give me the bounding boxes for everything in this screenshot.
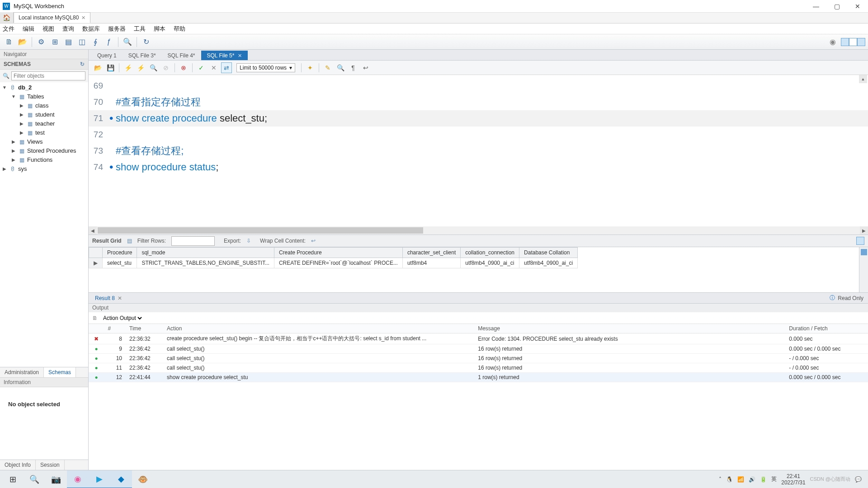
- result-tab-close[interactable]: ✕: [118, 295, 122, 301]
- tray-ime[interactable]: 英: [771, 475, 777, 483]
- taskbar-camera-icon[interactable]: 📷: [45, 470, 67, 488]
- taskbar-app-3[interactable]: 🐵: [132, 470, 154, 488]
- inspect-icon[interactable]: ⚙: [35, 36, 47, 48]
- menu-编辑[interactable]: 编辑: [23, 25, 34, 33]
- scroll-left-icon[interactable]: ◀: [89, 226, 97, 235]
- code-line[interactable]: 70#查看指定存储过程: [89, 94, 868, 110]
- file-tab[interactable]: SQL File 3*: [123, 51, 162, 60]
- stop-icon[interactable]: ⊘: [160, 62, 171, 73]
- taskbar-app-2[interactable]: ▶: [89, 470, 110, 488]
- file-tab[interactable]: SQL File 5*✕: [201, 51, 248, 60]
- search-code-icon[interactable]: 🔍: [335, 62, 346, 73]
- panel-right-icon[interactable]: [857, 38, 865, 46]
- output-grid[interactable]: #TimeActionMessageDuration / Fetch✖822:3…: [89, 324, 868, 470]
- proc-add-icon[interactable]: ∮: [89, 36, 102, 48]
- menu-服务器[interactable]: 服务器: [108, 25, 126, 33]
- tray-clock[interactable]: 22:41 2022/7/31: [781, 473, 805, 486]
- close-button[interactable]: ✕: [847, 0, 868, 13]
- output-row[interactable]: ●1022:36:42call select_stu()16 row(s) re…: [89, 354, 868, 363]
- search-icon[interactable]: 🔍: [121, 36, 134, 48]
- taskbar-app-1[interactable]: ◉: [67, 470, 89, 488]
- maximize-button[interactable]: ▢: [826, 0, 847, 13]
- tree-table-test[interactable]: ▶▦test: [0, 128, 88, 137]
- tree-tables[interactable]: ▼▦Tables: [0, 92, 88, 101]
- commit-icon[interactable]: ✓: [196, 62, 207, 73]
- scroll-up-icon[interactable]: ▲: [859, 75, 867, 83]
- taskbar-workbench-icon[interactable]: ◆: [110, 470, 132, 488]
- panel-left-icon[interactable]: [841, 38, 849, 46]
- form-editor-icon[interactable]: [861, 249, 867, 255]
- minimize-button[interactable]: —: [806, 0, 826, 13]
- output-type-select[interactable]: Action Output: [101, 314, 143, 322]
- tab-session[interactable]: Session: [36, 460, 65, 470]
- execute-icon[interactable]: ⚡: [123, 62, 133, 73]
- result-tab[interactable]: Result 8 ✕: [91, 294, 126, 303]
- export-icon[interactable]: ⇩: [246, 238, 251, 244]
- output-row[interactable]: ●1122:36:42call select_stu()16 row(s) re…: [89, 363, 868, 373]
- start-button[interactable]: ⊞: [2, 470, 24, 488]
- filter-rows-input[interactable]: [171, 236, 215, 246]
- schema-tree[interactable]: ▼🛢db_2 ▼▦Tables ▶▦class▶▦student▶▦teache…: [0, 82, 88, 367]
- code-line[interactable]: 72: [89, 127, 868, 143]
- settings-icon[interactable]: ◉: [826, 36, 839, 48]
- menu-视图[interactable]: 视图: [42, 25, 54, 33]
- tray-battery-icon[interactable]: 🔋: [760, 476, 767, 483]
- tray-volume-icon[interactable]: 🔊: [749, 476, 755, 483]
- func-add-icon[interactable]: ƒ: [103, 36, 115, 48]
- tree-table-class[interactable]: ▶▦class: [0, 101, 88, 110]
- connection-tab[interactable]: Local instance MySQL80 ✕: [14, 12, 90, 23]
- tab-schemas[interactable]: Schemas: [44, 367, 76, 377]
- execute-cursor-icon[interactable]: ⚡: [135, 62, 146, 73]
- output-row[interactable]: ●922:36:42call select_stu()16 row(s) ret…: [89, 344, 868, 354]
- scroll-thumb[interactable]: [98, 227, 423, 234]
- filter-objects-input[interactable]: [11, 71, 85, 80]
- tree-sys[interactable]: ▶🛢sys: [0, 164, 88, 174]
- file-tab[interactable]: Query 1: [91, 51, 123, 60]
- output-row[interactable]: ✖822:36:32create procedure select_stu() …: [89, 333, 868, 344]
- output-clear-icon[interactable]: 🗎: [92, 315, 98, 321]
- reconnect-icon[interactable]: ↻: [140, 36, 152, 48]
- limit-rows-select[interactable]: Limit to 50000 rows▾: [236, 63, 295, 72]
- menu-文件[interactable]: 文件: [3, 25, 14, 33]
- result-grid[interactable]: Proceduresql_modeCreate Procedurecharact…: [89, 247, 868, 292]
- explain-icon[interactable]: 🔍: [148, 62, 159, 73]
- tree-sprocs[interactable]: ▶▦Stored Procedures: [0, 146, 88, 155]
- wrap-icon[interactable]: ↩: [360, 62, 371, 73]
- scroll-right-icon[interactable]: ▶: [860, 226, 868, 235]
- menu-工具[interactable]: 工具: [134, 25, 146, 33]
- invisible-chars-icon[interactable]: ¶: [348, 62, 359, 73]
- code-editor[interactable]: 6970#查看指定存储过程71•show create procedure se…: [89, 75, 868, 226]
- home-button[interactable]: 🏠: [0, 12, 14, 23]
- open-file-icon[interactable]: 📂: [92, 62, 103, 73]
- code-line[interactable]: 74•show procedure status;: [89, 159, 868, 175]
- code-line[interactable]: 73#查看存储过程;: [89, 143, 868, 159]
- refresh-schemas-icon[interactable]: ↻: [80, 61, 85, 67]
- table-data-icon[interactable]: ▤: [62, 36, 75, 48]
- beautify-icon[interactable]: ✦: [305, 62, 316, 73]
- table-add-icon[interactable]: ⊞: [48, 36, 61, 48]
- tree-table-student[interactable]: ▶▦student: [0, 110, 88, 119]
- file-tab[interactable]: SQL File 4*: [162, 51, 201, 60]
- menu-数据库[interactable]: 数据库: [82, 25, 100, 33]
- save-file-icon[interactable]: 💾: [105, 62, 116, 73]
- code-line[interactable]: 71•show create procedure select_stu;: [89, 110, 868, 127]
- tree-table-teacher[interactable]: ▶▦teacher: [0, 119, 88, 128]
- tree-db[interactable]: ▼🛢db_2: [0, 83, 88, 92]
- menu-查询[interactable]: 查询: [62, 25, 74, 33]
- view-add-icon[interactable]: ◫: [75, 36, 88, 48]
- tab-object-info[interactable]: Object Info: [0, 460, 36, 470]
- result-panel-switch[interactable]: [856, 237, 864, 245]
- code-line[interactable]: 69: [89, 78, 868, 94]
- connection-tab-close[interactable]: ✕: [81, 15, 85, 21]
- tree-funcs[interactable]: ▶▦Functions: [0, 155, 88, 164]
- vertical-scrollbar[interactable]: ▲: [859, 75, 867, 226]
- tree-views[interactable]: ▶▦Views: [0, 137, 88, 146]
- panel-layout-switch[interactable]: [841, 38, 865, 46]
- file-tab-close[interactable]: ✕: [238, 53, 242, 59]
- menu-脚本[interactable]: 脚本: [154, 25, 165, 33]
- find-icon[interactable]: ✎: [322, 62, 333, 73]
- tray-wifi-icon[interactable]: 📶: [737, 476, 744, 483]
- autocommit-icon[interactable]: ⇄: [221, 62, 232, 73]
- horizontal-scrollbar[interactable]: ◀ ▶: [89, 226, 868, 235]
- tray-notify-icon[interactable]: 💬: [855, 476, 862, 483]
